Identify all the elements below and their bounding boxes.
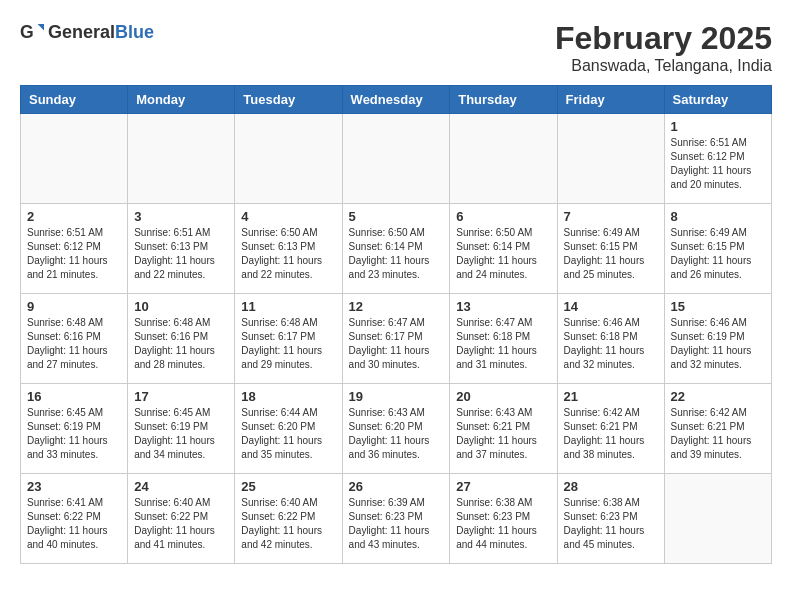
- day-info: Sunrise: 6:48 AM Sunset: 6:16 PM Dayligh…: [27, 316, 121, 372]
- logo: G GeneralBlue: [20, 20, 154, 44]
- weekday-header-friday: Friday: [557, 86, 664, 114]
- week-row-1: 1Sunrise: 6:51 AM Sunset: 6:12 PM Daylig…: [21, 114, 772, 204]
- calendar-cell: 12Sunrise: 6:47 AM Sunset: 6:17 PM Dayli…: [342, 294, 450, 384]
- calendar-cell: [664, 474, 771, 564]
- week-row-3: 9Sunrise: 6:48 AM Sunset: 6:16 PM Daylig…: [21, 294, 772, 384]
- location-title: Banswada, Telangana, India: [555, 57, 772, 75]
- day-info: Sunrise: 6:45 AM Sunset: 6:19 PM Dayligh…: [134, 406, 228, 462]
- calendar-cell: 2Sunrise: 6:51 AM Sunset: 6:12 PM Daylig…: [21, 204, 128, 294]
- day-info: Sunrise: 6:50 AM Sunset: 6:13 PM Dayligh…: [241, 226, 335, 282]
- calendar-cell: [342, 114, 450, 204]
- calendar-cell: 7Sunrise: 6:49 AM Sunset: 6:15 PM Daylig…: [557, 204, 664, 294]
- day-number: 19: [349, 389, 444, 404]
- day-info: Sunrise: 6:43 AM Sunset: 6:21 PM Dayligh…: [456, 406, 550, 462]
- day-info: Sunrise: 6:49 AM Sunset: 6:15 PM Dayligh…: [671, 226, 765, 282]
- day-info: Sunrise: 6:45 AM Sunset: 6:19 PM Dayligh…: [27, 406, 121, 462]
- day-info: Sunrise: 6:40 AM Sunset: 6:22 PM Dayligh…: [241, 496, 335, 552]
- calendar-cell: 21Sunrise: 6:42 AM Sunset: 6:21 PM Dayli…: [557, 384, 664, 474]
- calendar-cell: 28Sunrise: 6:38 AM Sunset: 6:23 PM Dayli…: [557, 474, 664, 564]
- day-number: 24: [134, 479, 228, 494]
- day-info: Sunrise: 6:51 AM Sunset: 6:12 PM Dayligh…: [27, 226, 121, 282]
- svg-text:G: G: [20, 22, 34, 42]
- day-number: 26: [349, 479, 444, 494]
- title-section: February 2025 Banswada, Telangana, India: [555, 20, 772, 75]
- calendar-cell: 13Sunrise: 6:47 AM Sunset: 6:18 PM Dayli…: [450, 294, 557, 384]
- day-number: 7: [564, 209, 658, 224]
- day-number: 6: [456, 209, 550, 224]
- calendar-cell: [557, 114, 664, 204]
- calendar-cell: 17Sunrise: 6:45 AM Sunset: 6:19 PM Dayli…: [128, 384, 235, 474]
- weekday-header-monday: Monday: [128, 86, 235, 114]
- calendar-cell: 23Sunrise: 6:41 AM Sunset: 6:22 PM Dayli…: [21, 474, 128, 564]
- day-number: 8: [671, 209, 765, 224]
- calendar-cell: [128, 114, 235, 204]
- day-number: 22: [671, 389, 765, 404]
- day-info: Sunrise: 6:38 AM Sunset: 6:23 PM Dayligh…: [456, 496, 550, 552]
- day-number: 20: [456, 389, 550, 404]
- calendar-cell: [450, 114, 557, 204]
- day-number: 12: [349, 299, 444, 314]
- day-number: 21: [564, 389, 658, 404]
- weekday-header-tuesday: Tuesday: [235, 86, 342, 114]
- day-number: 1: [671, 119, 765, 134]
- svg-marker-1: [38, 24, 44, 30]
- day-info: Sunrise: 6:44 AM Sunset: 6:20 PM Dayligh…: [241, 406, 335, 462]
- calendar-cell: 8Sunrise: 6:49 AM Sunset: 6:15 PM Daylig…: [664, 204, 771, 294]
- day-number: 18: [241, 389, 335, 404]
- day-number: 14: [564, 299, 658, 314]
- day-info: Sunrise: 6:46 AM Sunset: 6:18 PM Dayligh…: [564, 316, 658, 372]
- calendar-cell: 26Sunrise: 6:39 AM Sunset: 6:23 PM Dayli…: [342, 474, 450, 564]
- weekday-header-saturday: Saturday: [664, 86, 771, 114]
- day-info: Sunrise: 6:48 AM Sunset: 6:17 PM Dayligh…: [241, 316, 335, 372]
- calendar-cell: [235, 114, 342, 204]
- calendar-cell: 5Sunrise: 6:50 AM Sunset: 6:14 PM Daylig…: [342, 204, 450, 294]
- month-title: February 2025: [555, 20, 772, 57]
- day-number: 3: [134, 209, 228, 224]
- day-info: Sunrise: 6:50 AM Sunset: 6:14 PM Dayligh…: [456, 226, 550, 282]
- calendar-cell: 22Sunrise: 6:42 AM Sunset: 6:21 PM Dayli…: [664, 384, 771, 474]
- weekday-header-thursday: Thursday: [450, 86, 557, 114]
- day-info: Sunrise: 6:47 AM Sunset: 6:18 PM Dayligh…: [456, 316, 550, 372]
- week-row-5: 23Sunrise: 6:41 AM Sunset: 6:22 PM Dayli…: [21, 474, 772, 564]
- day-info: Sunrise: 6:51 AM Sunset: 6:13 PM Dayligh…: [134, 226, 228, 282]
- calendar-cell: 25Sunrise: 6:40 AM Sunset: 6:22 PM Dayli…: [235, 474, 342, 564]
- weekday-header-sunday: Sunday: [21, 86, 128, 114]
- calendar-cell: 14Sunrise: 6:46 AM Sunset: 6:18 PM Dayli…: [557, 294, 664, 384]
- week-row-4: 16Sunrise: 6:45 AM Sunset: 6:19 PM Dayli…: [21, 384, 772, 474]
- day-info: Sunrise: 6:50 AM Sunset: 6:14 PM Dayligh…: [349, 226, 444, 282]
- calendar-table: SundayMondayTuesdayWednesdayThursdayFrid…: [20, 85, 772, 564]
- day-number: 17: [134, 389, 228, 404]
- day-number: 5: [349, 209, 444, 224]
- day-info: Sunrise: 6:48 AM Sunset: 6:16 PM Dayligh…: [134, 316, 228, 372]
- day-info: Sunrise: 6:39 AM Sunset: 6:23 PM Dayligh…: [349, 496, 444, 552]
- weekday-header-wednesday: Wednesday: [342, 86, 450, 114]
- logo-blue: Blue: [115, 22, 154, 42]
- weekday-header-row: SundayMondayTuesdayWednesdayThursdayFrid…: [21, 86, 772, 114]
- day-number: 13: [456, 299, 550, 314]
- calendar-cell: 4Sunrise: 6:50 AM Sunset: 6:13 PM Daylig…: [235, 204, 342, 294]
- logo-general: General: [48, 22, 115, 42]
- day-info: Sunrise: 6:51 AM Sunset: 6:12 PM Dayligh…: [671, 136, 765, 192]
- week-row-2: 2Sunrise: 6:51 AM Sunset: 6:12 PM Daylig…: [21, 204, 772, 294]
- day-info: Sunrise: 6:41 AM Sunset: 6:22 PM Dayligh…: [27, 496, 121, 552]
- calendar-cell: 20Sunrise: 6:43 AM Sunset: 6:21 PM Dayli…: [450, 384, 557, 474]
- calendar-cell: 18Sunrise: 6:44 AM Sunset: 6:20 PM Dayli…: [235, 384, 342, 474]
- day-number: 9: [27, 299, 121, 314]
- calendar-cell: 16Sunrise: 6:45 AM Sunset: 6:19 PM Dayli…: [21, 384, 128, 474]
- day-number: 4: [241, 209, 335, 224]
- day-number: 15: [671, 299, 765, 314]
- day-info: Sunrise: 6:40 AM Sunset: 6:22 PM Dayligh…: [134, 496, 228, 552]
- calendar-cell: 1Sunrise: 6:51 AM Sunset: 6:12 PM Daylig…: [664, 114, 771, 204]
- calendar-cell: 10Sunrise: 6:48 AM Sunset: 6:16 PM Dayli…: [128, 294, 235, 384]
- day-info: Sunrise: 6:47 AM Sunset: 6:17 PM Dayligh…: [349, 316, 444, 372]
- day-info: Sunrise: 6:49 AM Sunset: 6:15 PM Dayligh…: [564, 226, 658, 282]
- day-info: Sunrise: 6:43 AM Sunset: 6:20 PM Dayligh…: [349, 406, 444, 462]
- day-number: 25: [241, 479, 335, 494]
- calendar-cell: 3Sunrise: 6:51 AM Sunset: 6:13 PM Daylig…: [128, 204, 235, 294]
- day-info: Sunrise: 6:42 AM Sunset: 6:21 PM Dayligh…: [564, 406, 658, 462]
- day-number: 11: [241, 299, 335, 314]
- calendar-cell: 6Sunrise: 6:50 AM Sunset: 6:14 PM Daylig…: [450, 204, 557, 294]
- page-header: G GeneralBlue February 2025 Banswada, Te…: [20, 20, 772, 75]
- day-number: 2: [27, 209, 121, 224]
- calendar-cell: 19Sunrise: 6:43 AM Sunset: 6:20 PM Dayli…: [342, 384, 450, 474]
